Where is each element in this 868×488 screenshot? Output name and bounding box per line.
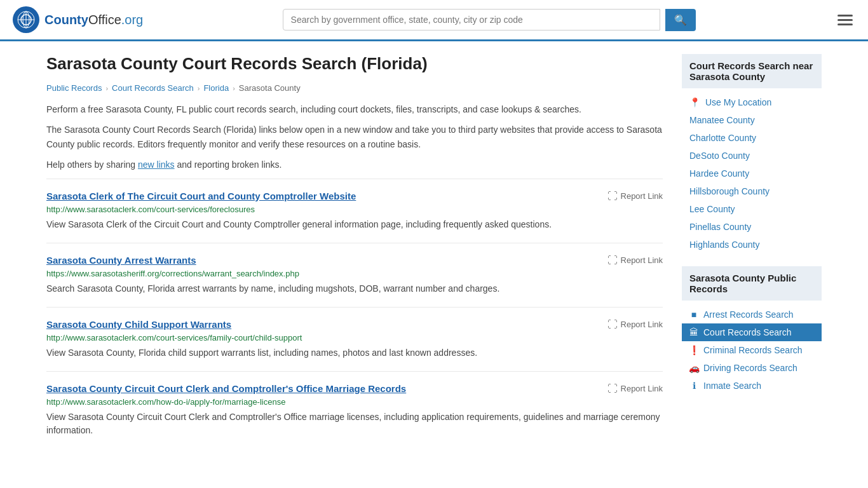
- pr-label-3: Driving Records Search: [703, 363, 797, 373]
- logo-icon: [13, 6, 39, 33]
- pr-icon-1: 🏛: [689, 328, 698, 337]
- description-3-prefix: Help others by sharing: [46, 159, 138, 170]
- main-container: Sarasota County Court Records Search (Fl…: [27, 41, 841, 461]
- report-icon-0: ⛶: [607, 191, 618, 202]
- record-title-2[interactable]: Sarasota County Child Support Warrants: [46, 319, 231, 330]
- nearby-county-1[interactable]: Charlotte County: [682, 129, 822, 147]
- record-item: Sarasota Clerk of The Circuit Court and …: [46, 179, 663, 243]
- nearby-county-5[interactable]: Lee County: [682, 200, 822, 218]
- report-link-1[interactable]: ⛶ Report Link: [607, 255, 663, 266]
- record-desc-1: Search Sarasota County, Florida arrest w…: [46, 282, 663, 295]
- pr-label-4: Inmate Search: [703, 381, 761, 391]
- nearby-county-2[interactable]: DeSoto County: [682, 147, 822, 165]
- pr-icon-0: ■: [689, 310, 698, 319]
- breadcrumb-florida[interactable]: Florida: [203, 83, 229, 93]
- record-url-1: https://www.sarasotasheriff.org/correcti…: [46, 269, 663, 278]
- record-title-1[interactable]: Sarasota County Arrest Warrants: [46, 255, 196, 266]
- description-3-suffix: and reporting broken links.: [175, 159, 282, 170]
- location-icon: 📍: [689, 97, 700, 107]
- report-label-3: Report Link: [621, 384, 663, 393]
- record-desc-0: View Sarasota Clerk of the Circuit Court…: [46, 218, 663, 231]
- record-desc-2: View Sarasota County, Florida child supp…: [46, 346, 663, 360]
- report-link-3[interactable]: ⛶ Report Link: [607, 383, 663, 395]
- breadcrumb-public-records[interactable]: Public Records: [46, 83, 102, 93]
- nearby-county-3[interactable]: Hardee County: [682, 165, 822, 182]
- record-header: Sarasota County Child Support Warrants ⛶…: [46, 319, 663, 330]
- record-item: Sarasota County Child Support Warrants ⛶…: [46, 307, 663, 371]
- record-title-3[interactable]: Sarasota County Circuit Court Clerk and …: [46, 383, 406, 394]
- page-title: Sarasota County Court Records Search (Fl…: [46, 54, 663, 74]
- new-links-link[interactable]: new links: [138, 159, 175, 170]
- breadcrumb-sep: ›: [233, 85, 235, 92]
- menu-line: [837, 19, 853, 21]
- record-item: Sarasota County Arrest Warrants ⛶ Report…: [46, 243, 663, 307]
- pr-icon-2: ❗: [689, 346, 698, 355]
- description-3: Help others by sharing new links and rep…: [46, 158, 663, 172]
- pr-label-0: Arrest Records Search: [703, 309, 794, 320]
- record-header: Sarasota Clerk of The Circuit Court and …: [46, 191, 663, 202]
- record-header: Sarasota County Circuit Court Clerk and …: [46, 383, 663, 395]
- report-label-2: Report Link: [621, 320, 663, 329]
- sidebar: Court Records Search near Sarasota Count…: [682, 54, 822, 449]
- nearby-section: Court Records Search near Sarasota Count…: [682, 54, 822, 254]
- breadcrumb-sep: ›: [198, 85, 200, 92]
- search-input[interactable]: [283, 9, 660, 30]
- nearby-title: Court Records Search near Sarasota Count…: [682, 54, 822, 88]
- search-area: 🔍: [283, 9, 696, 31]
- breadcrumb-current: Sarasota County: [239, 83, 301, 93]
- public-records-link-3[interactable]: 🚗Driving Records Search: [682, 359, 822, 377]
- report-icon-2: ⛶: [607, 319, 618, 330]
- public-records-title: Sarasota County Public Records: [682, 266, 822, 301]
- report-icon-3: ⛶: [607, 383, 618, 395]
- public-records-link-2[interactable]: ❗Criminal Records Search: [682, 341, 822, 359]
- menu-line: [837, 15, 853, 17]
- breadcrumb: Public Records › Court Records Search › …: [46, 83, 663, 93]
- search-icon: 🔍: [674, 15, 687, 25]
- record-item: Sarasota County Circuit Court Clerk and …: [46, 371, 663, 449]
- report-link-2[interactable]: ⛶ Report Link: [607, 319, 663, 330]
- public-records-section: Sarasota County Public Records ■Arrest R…: [682, 266, 822, 395]
- nearby-county-4[interactable]: Hillsborough County: [682, 182, 822, 200]
- public-records-links: ■Arrest Records Search🏛Court Records Sea…: [682, 306, 822, 395]
- pr-icon-3: 🚗: [689, 363, 698, 372]
- nearby-county-0[interactable]: Manatee County: [682, 111, 822, 129]
- public-records-link-1[interactable]: 🏛Court Records Search: [682, 323, 822, 341]
- public-records-link-4[interactable]: ℹInmate Search: [682, 377, 822, 395]
- report-label-0: Report Link: [621, 191, 663, 201]
- use-my-location-link[interactable]: 📍 Use My Location: [682, 93, 822, 111]
- record-url-3: http://www.sarasotaclerk.com/how-do-i/ap…: [46, 397, 663, 407]
- record-url-0: http://www.sarasotaclerk.com/court-servi…: [46, 205, 663, 214]
- logo-area: CountyOffice.org: [13, 6, 143, 33]
- logo-text: CountyOffice.org: [44, 13, 143, 27]
- public-records-link-0[interactable]: ■Arrest Records Search: [682, 306, 822, 323]
- records-list: Sarasota Clerk of The Circuit Court and …: [46, 179, 663, 449]
- menu-line: [837, 24, 853, 25]
- menu-button[interactable]: [835, 12, 855, 28]
- pr-label-1: Court Records Search: [703, 327, 792, 337]
- nearby-county-7[interactable]: Highlands County: [682, 236, 822, 254]
- nearby-county-6[interactable]: Pinellas County: [682, 218, 822, 236]
- pr-icon-4: ℹ: [689, 381, 698, 390]
- report-label-1: Report Link: [621, 255, 663, 265]
- search-button[interactable]: 🔍: [665, 9, 696, 31]
- record-header: Sarasota County Arrest Warrants ⛶ Report…: [46, 255, 663, 266]
- content-area: Sarasota County Court Records Search (Fl…: [46, 54, 663, 449]
- header: CountyOffice.org 🔍: [0, 0, 868, 41]
- record-title-0[interactable]: Sarasota Clerk of The Circuit Court and …: [46, 191, 356, 201]
- breadcrumb-court-records[interactable]: Court Records Search: [112, 83, 194, 93]
- description-1: Perform a free Sarasota County, FL publi…: [46, 102, 663, 116]
- report-link-0[interactable]: ⛶ Report Link: [607, 191, 663, 202]
- record-desc-3: View Sarasota County Circuit Court Clerk…: [46, 410, 663, 437]
- report-icon-1: ⛶: [607, 255, 618, 266]
- use-my-location-label: Use My Location: [705, 97, 771, 107]
- breadcrumb-sep: ›: [105, 85, 108, 92]
- description-2: The Sarasota County Court Records Search…: [46, 123, 663, 151]
- nearby-counties-list: Manatee CountyCharlotte CountyDeSoto Cou…: [682, 111, 822, 254]
- record-url-2: http://www.sarasotaclerk.com/court-servi…: [46, 333, 663, 342]
- pr-label-2: Criminal Records Search: [703, 345, 803, 355]
